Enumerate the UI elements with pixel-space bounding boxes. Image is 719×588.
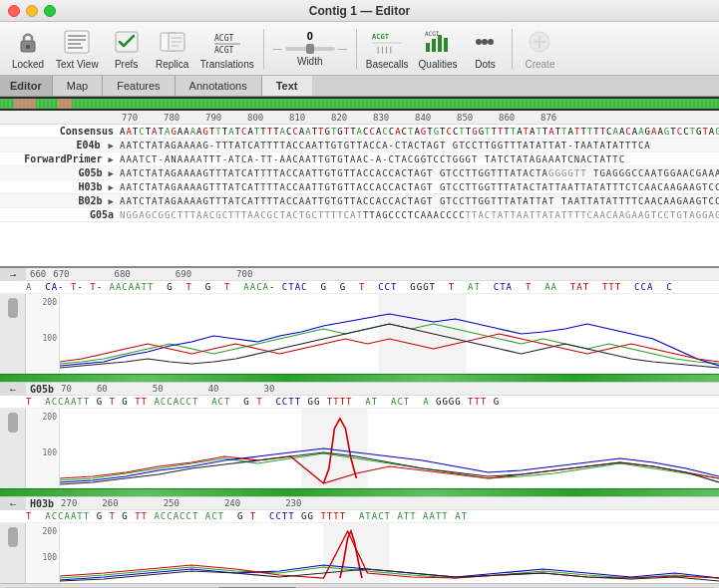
e04b-row: E04b ▶ AATCTATAGAAAAG-TTTATCATTTTACCAATT… (0, 139, 719, 152)
chrom-g05b-scroll[interactable] (8, 413, 18, 433)
ruler-numbers: 770 780 790 800 810 820 830 840 850 860 … (120, 113, 719, 123)
maximize-button[interactable] (44, 5, 56, 17)
width-label: Width (297, 56, 323, 67)
traffic-lights (8, 5, 56, 17)
ruler-tick: 810 (287, 113, 329, 123)
fwdprimer-row: ForwardPrimer ▶ AAATCT-ANAAAATTT-ATCA-TT… (0, 152, 719, 166)
e04b-bases: AATCTATAGAAAAG-TTTATCATTTTACCAATTGTGTTAC… (120, 139, 719, 152)
g05a-label: G05a (0, 209, 120, 220)
b02b-row: B02b ▶ AATCTATAGAAAAGTTTATCATTTTACCAATTG… (0, 194, 719, 208)
svg-text:ACGT: ACGT (425, 30, 440, 37)
fwdprimer-bases: AAATCT-ANAAAATTT-ATCA-TT-AACAATTGTGTAAC-… (120, 152, 719, 166)
ruler-tick: 876 (539, 113, 580, 123)
text-view-label: Text View (56, 59, 99, 70)
ruler-row: 770 780 790 800 810 820 830 840 850 860 … (0, 111, 719, 125)
locked-button[interactable]: Locked (6, 25, 50, 72)
text-view-button[interactable]: Text View (52, 25, 103, 72)
prefs-button[interactable]: Prefs (105, 25, 149, 72)
svg-text:ACGT: ACGT (214, 46, 233, 55)
svg-point-26 (488, 39, 494, 45)
svg-rect-1 (26, 45, 30, 49)
chrom-fwd-seq: A CA- T- T- AACAATT G T G T AACA- CTAC G… (26, 282, 719, 292)
create-icon (524, 27, 555, 57)
h03b-yaxis-mid: 100 (28, 553, 57, 562)
ruler-tick: 840 (413, 113, 455, 123)
svg-point-24 (476, 39, 482, 45)
chrom-fwd-quality (0, 374, 719, 382)
tab-annotations[interactable]: Annotations (176, 76, 262, 96)
create-label: Create (525, 59, 554, 70)
svg-rect-31 (378, 294, 466, 374)
chrom-h03b-seq: T ACCAATT G T G TT ACCACCT ACT G T CCTT … (26, 511, 719, 521)
chrom-fwd-section: → 660 670 680 690 700 A CA- T- T- AACAAT… (0, 266, 719, 382)
tab-features[interactable]: Features (103, 76, 175, 96)
bottom-scrollbar (0, 583, 719, 588)
svg-rect-2 (65, 31, 89, 53)
chrom-g05b-seq: T ACCAATT G T G TT ACCACCT ACT G T CCTT … (26, 397, 719, 407)
locked-label: Locked (12, 59, 44, 70)
g05b-row: G05b ▶ AATCTATAGAAAAGTTTATCATTTTACCAATTG… (0, 166, 719, 180)
replica-button[interactable]: Replica (151, 25, 194, 72)
g05a-row: G05a NGGAGCGGCTTTAACGCTTTAACGCTACTGCTTTT… (0, 208, 719, 222)
tab-bar: Editor Map Features Annotations Text (0, 76, 719, 97)
h03b-bases: AATCTATAGAAAAGTTTATCATTTTACCAATTGTGTTACC… (120, 180, 719, 194)
editor-section-label: Editor (0, 76, 53, 96)
svg-point-25 (482, 39, 488, 45)
ruler-tick: 770 (120, 113, 162, 123)
ruler-tick: 860 (497, 113, 539, 123)
e04b-label: E04b ▶ (0, 140, 120, 150)
minimize-button[interactable] (26, 5, 38, 17)
basecalls-icon: ACGT |||| (371, 27, 403, 57)
chrom-h03b-section: ← H03b 270 260 250 240 230 T ACCAATT G T… (0, 496, 719, 583)
b02b-bases: AATCTATAGAAAAGTTTATCATTTTACCAATTGTGTTACC… (120, 194, 719, 208)
tab-map[interactable]: Map (53, 76, 103, 96)
chrom-g05b-plot (60, 409, 719, 488)
qualities-icon: ACGT (422, 27, 454, 57)
dots-icon: ··· (469, 27, 501, 57)
svg-rect-32 (301, 409, 367, 488)
qualities-label: Qualities (419, 59, 458, 70)
width-control[interactable]: 0 — — Width (269, 28, 351, 69)
fwdprimer-label: ForwardPrimer ▶ (0, 153, 120, 164)
width-value: 0 (307, 30, 313, 42)
replica-label: Replica (156, 59, 188, 70)
dots-button[interactable]: ··· Dots (463, 25, 507, 72)
translations-button[interactable]: ACGT ACGT Translations (196, 25, 258, 72)
create-button[interactable]: Create (518, 25, 561, 72)
sep2 (356, 29, 357, 69)
svg-rect-22 (444, 38, 448, 52)
ruler-tick: 790 (203, 113, 245, 123)
tab-text[interactable]: Text (262, 76, 312, 96)
ruler-tick: 800 (245, 113, 287, 123)
chrom-fwd-direction[interactable]: → (0, 268, 26, 280)
chrom-h03b-sidebar (0, 523, 26, 583)
replica-icon (157, 27, 188, 57)
sep3 (512, 29, 513, 69)
toolbar: Locked Text View Prefs (0, 22, 719, 76)
sequence-rows: Consensus AATCTATAGAAAAGTTTATCATTTTACCAA… (0, 125, 719, 266)
width-slider[interactable] (285, 47, 335, 51)
ruler-tick: 780 (162, 113, 203, 123)
chrom-h03b-scroll[interactable] (8, 527, 18, 547)
close-button[interactable] (8, 5, 20, 17)
svg-text:···: ··· (475, 31, 480, 37)
qualities-button[interactable]: ACGT Qualities (415, 25, 462, 72)
dots-label: Dots (475, 59, 496, 70)
main-content: 770 780 790 800 810 820 830 840 850 860 … (0, 97, 719, 583)
chrom-g05b-quality (0, 488, 719, 496)
consensus-bases: AATCTATAGAAAAGTTTATCATTTTACCAATTGTGTTACC… (120, 125, 719, 139)
chrom-h03b-yaxis: 200 100 (26, 523, 60, 583)
chrom-fwd-plot (60, 294, 719, 374)
chrom-fwd-scroll[interactable] (8, 298, 18, 318)
chrom-g05b-body: 200 100 (0, 409, 719, 488)
g05a-bases: NGGAGCGGCTTTAACGCTTTAACGCTACTGCTTTTCATTT… (120, 208, 719, 222)
yaxis-mid: 100 (28, 334, 57, 343)
svg-text:ACGT: ACGT (372, 33, 389, 41)
basecalls-button[interactable]: ACGT |||| Basecalls (362, 25, 413, 72)
chrom-h03b-direction[interactable]: ← (0, 497, 26, 509)
g05b-yaxis-mid: 100 (28, 448, 57, 457)
consensus-row: Consensus AATCTATAGAAAAGTTTATCATTTTACCAA… (0, 125, 719, 139)
chrom-g05b-direction[interactable]: ← (0, 383, 26, 395)
chrom-fwd-yaxis: 200 100 (26, 294, 60, 374)
ruler-tick: 830 (371, 113, 413, 123)
